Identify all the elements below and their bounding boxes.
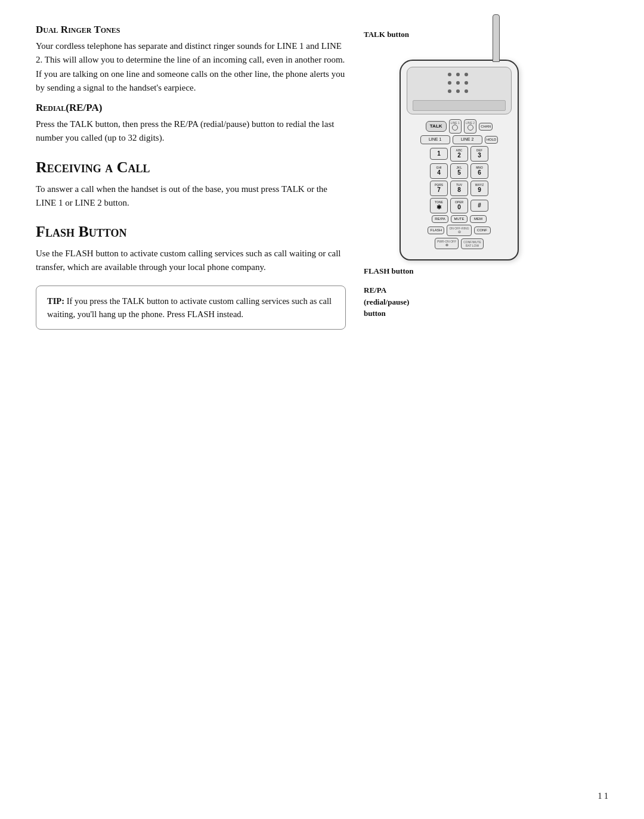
pwr-on-off-key[interactable]: PWR-ON OFF ⊚ xyxy=(435,238,459,249)
speaker-dot xyxy=(456,89,460,93)
speaker-dot xyxy=(456,73,460,76)
num-row-3: PQRS7 TUV8 WXYZ9 xyxy=(407,181,512,196)
line1-button[interactable]: LINE 1 xyxy=(420,135,450,144)
line2-indicator: LINE 2 xyxy=(464,119,476,134)
flash-key[interactable]: FLASH xyxy=(428,227,444,234)
antenna xyxy=(493,14,500,62)
line2-button[interactable]: LINE 2 xyxy=(453,135,482,144)
dual-ringer-heading: Dual Ringer Tones xyxy=(36,24,346,36)
receiving-heading: Receiving a Call xyxy=(36,159,346,176)
num-row-4: TONE✱ OPER0 # xyxy=(407,198,512,213)
key-0[interactable]: OPER0 xyxy=(450,198,468,213)
flash-button-label: FLASH button xyxy=(364,266,413,276)
top-keypad-row: TALK LINE 1 LINE 2 CHAN xyxy=(407,119,512,134)
flash-heading: Flash Button xyxy=(36,223,346,241)
mem-key[interactable]: MEM xyxy=(470,215,487,223)
phone-illustration: TALK LINE 1 LINE 2 CHAN xyxy=(364,60,555,260)
talk-button-label: TALK button xyxy=(364,30,409,39)
key-6[interactable]: MNO6 xyxy=(470,163,488,179)
speaker-dot xyxy=(448,89,451,93)
page-layout: Dual Ringer Tones Your cordless telephon… xyxy=(36,24,608,330)
redial-body: Press the TALK button, then press the RE… xyxy=(36,117,346,145)
mute-key[interactable]: MUTE xyxy=(451,215,467,223)
tip-box: TIP: If you press the TALK button to act… xyxy=(36,286,346,330)
line1-indicator: LINE 1 xyxy=(449,119,462,134)
phone-body: TALK LINE 1 LINE 2 CHAN xyxy=(400,60,519,260)
num-row-1: 1 ABC2 DEF3 xyxy=(407,146,512,162)
func-row-3: PWR-ON OFF ⊚ CONF/MUTE BAT LOW xyxy=(407,238,512,249)
on-off-ring-key[interactable]: ON OFF-RING ⊙ xyxy=(447,225,471,236)
dual-ringer-body: Your cordless telephone has separate and… xyxy=(36,39,346,95)
key-5[interactable]: JKL5 xyxy=(450,163,468,179)
key-3[interactable]: DEF3 xyxy=(470,146,488,162)
speaker-dot xyxy=(465,73,468,76)
chan-key[interactable]: CHAN xyxy=(479,123,493,131)
key-7[interactable]: PQRS7 xyxy=(430,181,448,196)
hold-key[interactable]: HOLD xyxy=(485,136,499,144)
key-2[interactable]: ABC2 xyxy=(450,146,468,162)
key-1[interactable]: 1 xyxy=(430,148,448,160)
tip-label: TIP: xyxy=(47,296,64,306)
key-8[interactable]: TUV8 xyxy=(450,181,468,196)
conf-mute-key[interactable]: CONF/MUTE BAT LOW xyxy=(461,238,484,249)
func-row-2: FLASH ON OFF-RING ⊙ CONF xyxy=(407,225,512,236)
key-hash[interactable]: # xyxy=(470,200,488,212)
page-number: 1 1 xyxy=(598,792,609,801)
tip-body: If you press the TALK button to activate… xyxy=(47,296,332,319)
num-row-2: GHI4 JKL5 MNO6 xyxy=(407,163,512,179)
speaker-dot xyxy=(465,89,468,93)
speaker-dot xyxy=(456,81,460,85)
talk-key[interactable]: TALK xyxy=(426,121,447,132)
speaker-dot xyxy=(448,73,451,76)
key-9[interactable]: WXYZ9 xyxy=(470,181,488,196)
conf-key[interactable]: CONF xyxy=(474,227,491,234)
speaker-dot xyxy=(465,81,468,85)
left-column: Dual Ringer Tones Your cordless telephon… xyxy=(36,24,346,330)
repa-key[interactable]: RE/PA xyxy=(432,215,448,223)
func-row-1: RE/PA MUTE MEM xyxy=(407,215,512,223)
key-4[interactable]: GHI4 xyxy=(430,163,448,179)
display xyxy=(413,100,506,111)
key-star[interactable]: TONE✱ xyxy=(430,198,448,213)
keypad: TALK LINE 1 LINE 2 CHAN xyxy=(407,119,512,249)
speaker-dot xyxy=(448,81,451,85)
redial-heading: Redial(RE/PA) xyxy=(36,102,346,114)
phone-top xyxy=(407,67,512,114)
repa-label: RE/PA (redial/pause) button xyxy=(364,284,409,319)
flash-body: Use the FLASH button to activate custom … xyxy=(36,247,346,275)
speaker xyxy=(445,70,473,98)
receiving-body: To answer a call when the handset is out… xyxy=(36,182,346,210)
right-column: TALK button xyxy=(364,24,578,330)
line-row: LINE 1 LINE 2 HOLD xyxy=(407,135,512,144)
